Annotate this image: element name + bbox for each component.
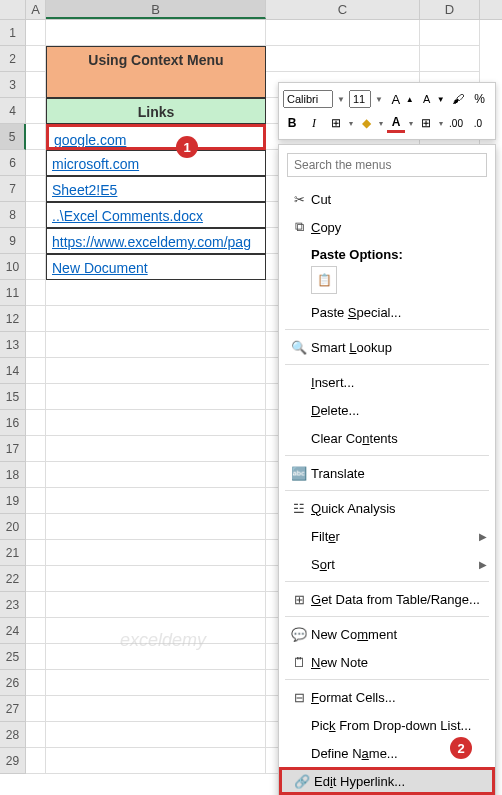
border-button[interactable]: ⊞ (327, 113, 345, 133)
get-data-item[interactable]: ⊞Get Data from Table/Range... (279, 585, 495, 613)
sort-item[interactable]: Sort▶ (279, 550, 495, 578)
row-header[interactable]: 27 (0, 696, 26, 722)
italic-button[interactable]: I (305, 113, 323, 133)
cell[interactable] (420, 46, 480, 72)
cell[interactable] (26, 592, 46, 618)
cell[interactable] (46, 20, 266, 46)
cell[interactable] (46, 748, 266, 774)
cell[interactable] (420, 20, 480, 46)
percent-button[interactable]: % (471, 89, 489, 109)
cell[interactable] (46, 410, 266, 436)
cell[interactable] (26, 748, 46, 774)
cell[interactable] (26, 514, 46, 540)
cell[interactable] (46, 358, 266, 384)
cell[interactable] (26, 436, 46, 462)
cell[interactable] (26, 410, 46, 436)
increase-font-button[interactable]: A (387, 89, 405, 109)
cell[interactable] (26, 670, 46, 696)
dropdown-icon[interactable]: ▼ (375, 95, 383, 104)
decrease-font-button[interactable]: A (418, 89, 436, 109)
title-cell-merged[interactable] (46, 72, 266, 98)
row-header[interactable]: 15 (0, 384, 26, 410)
cell[interactable] (26, 722, 46, 748)
decimal-button[interactable]: .00 (447, 113, 465, 133)
row-header[interactable]: 22 (0, 566, 26, 592)
decimal-button[interactable]: .0 (469, 113, 487, 133)
quick-analysis-item[interactable]: ☳Quick Analysis (279, 494, 495, 522)
filter-item[interactable]: Filter▶ (279, 522, 495, 550)
col-header-c[interactable]: C (266, 0, 420, 19)
cell[interactable] (26, 46, 46, 72)
cell[interactable] (46, 696, 266, 722)
hyperlink[interactable]: microsoft.com (52, 156, 139, 172)
row-header[interactable]: 14 (0, 358, 26, 384)
cell[interactable] (26, 618, 46, 644)
cell[interactable] (26, 644, 46, 670)
cell[interactable] (26, 202, 46, 228)
new-comment-item[interactable]: 💬New Comment (279, 620, 495, 648)
col-header-d[interactable]: D (420, 0, 480, 19)
cell[interactable] (46, 384, 266, 410)
row-header[interactable]: 6 (0, 150, 26, 176)
hyperlink[interactable]: ..\Excel Comments.docx (52, 208, 203, 224)
link-cell[interactable]: https://www.exceldemy.com/pag (46, 228, 266, 254)
menu-search-input[interactable] (287, 153, 487, 177)
row-header[interactable]: 20 (0, 514, 26, 540)
cell[interactable] (46, 332, 266, 358)
link-cell[interactable]: New Document (46, 254, 266, 280)
row-header[interactable]: 4 (0, 98, 26, 124)
hyperlink[interactable]: New Document (52, 260, 148, 276)
cell[interactable] (46, 436, 266, 462)
insert-item[interactable]: Insert... (279, 368, 495, 396)
cut-item[interactable]: ✂Cut (279, 185, 495, 213)
row-header[interactable]: 29 (0, 748, 26, 774)
cell[interactable] (26, 124, 46, 150)
cell[interactable] (26, 150, 46, 176)
cell[interactable] (266, 20, 420, 46)
cell[interactable] (46, 618, 266, 644)
row-header[interactable]: 18 (0, 462, 26, 488)
row-header[interactable]: 7 (0, 176, 26, 202)
cell[interactable] (46, 306, 266, 332)
cell[interactable] (26, 462, 46, 488)
cell[interactable] (26, 280, 46, 306)
fill-color-button[interactable]: ◆ (357, 113, 375, 133)
cell[interactable] (26, 306, 46, 332)
delete-item[interactable]: Delete... (279, 396, 495, 424)
cell[interactable] (26, 540, 46, 566)
row-header[interactable]: 3 (0, 72, 26, 98)
col-header-b[interactable]: B (46, 0, 266, 19)
hyperlink[interactable]: google.com (54, 132, 126, 148)
format-painter-icon[interactable]: 🖌 (449, 89, 467, 109)
cell[interactable] (26, 358, 46, 384)
paste-icon-button[interactable]: 📋 (311, 266, 337, 294)
row-header[interactable]: 26 (0, 670, 26, 696)
hyperlink[interactable]: Sheet2!E5 (52, 182, 117, 198)
cell[interactable] (26, 228, 46, 254)
select-all-corner[interactable] (0, 0, 26, 19)
cell[interactable] (46, 592, 266, 618)
pick-dropdown-item[interactable]: Pick From Drop-down List... (279, 711, 495, 739)
col-header-a[interactable]: A (26, 0, 46, 19)
copy-item[interactable]: ⧉Copy (279, 213, 495, 241)
font-name-input[interactable] (283, 90, 333, 108)
cell[interactable] (46, 540, 266, 566)
dropdown-icon[interactable]: ▾ (439, 119, 443, 128)
clear-contents-item[interactable]: Clear Contents (279, 424, 495, 452)
row-header[interactable]: 8 (0, 202, 26, 228)
title-cell[interactable]: Using Context Menu (46, 46, 266, 72)
translate-item[interactable]: 🔤Translate (279, 459, 495, 487)
row-header[interactable]: 11 (0, 280, 26, 306)
row-header[interactable]: 24 (0, 618, 26, 644)
cell[interactable] (26, 566, 46, 592)
smart-lookup-item[interactable]: 🔍Smart Lookup (279, 333, 495, 361)
row-header[interactable]: 17 (0, 436, 26, 462)
link-cell[interactable]: ..\Excel Comments.docx (46, 202, 266, 228)
cell[interactable] (46, 514, 266, 540)
row-header[interactable]: 2 (0, 46, 26, 72)
row-header[interactable]: 5 (0, 124, 26, 150)
borders-button[interactable]: ⊞ (417, 113, 435, 133)
link-cell-selected[interactable]: google.com (46, 124, 266, 150)
bold-button[interactable]: B (283, 113, 301, 133)
dropdown-icon[interactable]: ▾ (409, 119, 413, 128)
